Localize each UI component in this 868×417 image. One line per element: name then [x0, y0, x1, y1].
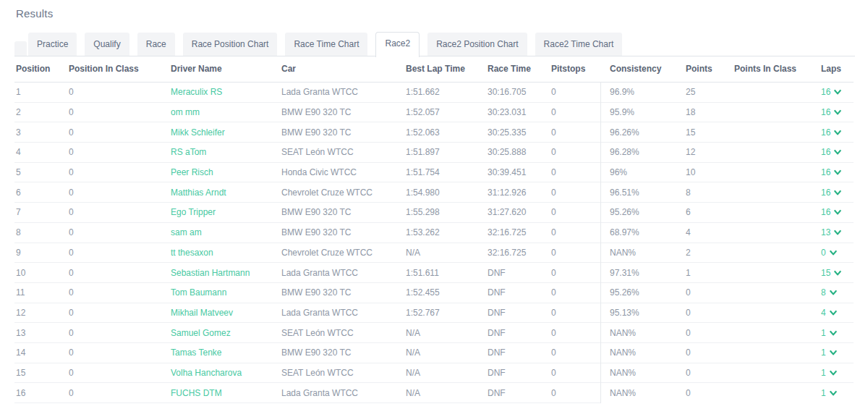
- driver-name-link[interactable]: FUCHS DTM: [171, 388, 222, 398]
- table-row: 8 0 sam am BMW E90 320 TC 1:53.262 32:16…: [14, 222, 854, 243]
- cell-pitstops: 0: [550, 182, 608, 203]
- cell-laps[interactable]: 0: [820, 243, 854, 263]
- driver-name-link[interactable]: Mikk Schleifer: [171, 127, 225, 138]
- cell-pitstops: 0: [550, 363, 608, 383]
- tab-race-time-chart[interactable]: Race Time Chart: [285, 33, 367, 56]
- cell-consistency: NAN%: [608, 363, 684, 383]
- table-row: 6 0 Matthias Arndt Chevrolet Cruze WTCC …: [14, 182, 854, 203]
- cell-laps[interactable]: 16: [820, 162, 854, 182]
- driver-name-link[interactable]: Volha Hancharova: [171, 368, 242, 378]
- cell-laps[interactable]: 16: [820, 122, 854, 143]
- laps-expander[interactable]: 16: [821, 146, 841, 158]
- cell-driver-name: sam am: [169, 222, 280, 243]
- cell-position: 10: [14, 263, 67, 283]
- chevron-down-icon: [834, 168, 841, 178]
- laps-expander[interactable]: 16: [821, 167, 841, 178]
- driver-name-link[interactable]: sam am: [171, 227, 202, 237]
- cell-laps[interactable]: 16: [820, 102, 854, 122]
- cell-laps[interactable]: 13: [820, 222, 854, 243]
- cell-points-in-class: [733, 162, 820, 182]
- tab-practice[interactable]: Practice: [28, 33, 77, 56]
- chevron-down-icon: [834, 188, 841, 198]
- cell-laps[interactable]: 16: [820, 203, 854, 223]
- driver-name-link[interactable]: tt thesaxon: [171, 248, 213, 258]
- tab-qualify[interactable]: Qualify: [85, 33, 129, 56]
- cell-points-in-class: [733, 122, 820, 143]
- cell-laps[interactable]: 16: [820, 83, 854, 103]
- driver-name-link[interactable]: Tamas Tenke: [171, 348, 221, 358]
- cell-car: SEAT León WTCC: [280, 323, 404, 343]
- cell-consistency: NAN%: [608, 342, 684, 363]
- driver-name-link[interactable]: Tom Baumann: [171, 287, 226, 298]
- cell-position: 12: [14, 303, 67, 323]
- cell-position: 15: [14, 363, 67, 383]
- chevron-down-icon: [834, 228, 841, 238]
- laps-expander[interactable]: 1: [821, 387, 837, 399]
- driver-name-link[interactable]: RS aTom: [171, 147, 206, 157]
- driver-name-link[interactable]: Mikhail Matveev: [171, 308, 233, 318]
- driver-name-link[interactable]: Matthias Arndt: [171, 188, 226, 198]
- chevron-down-icon: [830, 308, 837, 319]
- cell-position-in-class: 0: [67, 143, 169, 163]
- laps-expander[interactable]: 1: [821, 367, 837, 379]
- tab-race2-time-chart[interactable]: Race2 Time Chart: [535, 33, 623, 56]
- laps-expander[interactable]: 1: [821, 347, 837, 358]
- laps-expander[interactable]: 16: [821, 206, 841, 218]
- cell-position: 2: [14, 102, 67, 122]
- cell-laps[interactable]: 1: [820, 342, 854, 363]
- cell-race-time: DNF: [486, 363, 550, 383]
- cell-laps[interactable]: 1: [820, 363, 854, 383]
- cell-points: 15: [684, 122, 733, 143]
- cell-points: 0: [684, 282, 733, 303]
- driver-name-link[interactable]: om mm: [171, 107, 200, 117]
- cell-race-time: DNF: [486, 303, 550, 323]
- cell-laps[interactable]: 8: [820, 282, 854, 303]
- cell-laps[interactable]: 1: [820, 323, 854, 343]
- cell-laps[interactable]: 16: [820, 182, 854, 203]
- tab-bar: Practice Qualify Race Race Position Char…: [14, 33, 855, 56]
- results-table-header: Position Position In Class Driver Name C…: [14, 56, 854, 83]
- cell-driver-name: Mikhail Matveev: [169, 303, 280, 323]
- tab-race2-position-chart[interactable]: Race2 Position Chart: [427, 33, 527, 56]
- driver-name-link[interactable]: Ego Tripper: [171, 207, 216, 217]
- laps-expander[interactable]: 1: [821, 327, 837, 339]
- cell-pitstops: 0: [550, 102, 608, 122]
- cell-pitstops: 0: [550, 243, 608, 263]
- laps-expander[interactable]: 16: [821, 127, 841, 138]
- cell-race-time: 30:25.888: [486, 143, 550, 163]
- laps-expander[interactable]: 16: [821, 106, 841, 118]
- cell-best-lap-time: N/A: [404, 383, 486, 403]
- cell-laps[interactable]: 4: [820, 303, 854, 323]
- tab-race[interactable]: Race: [137, 33, 175, 56]
- cell-laps[interactable]: 16: [820, 143, 854, 163]
- driver-name-link[interactable]: Meraculix RS: [171, 87, 222, 97]
- cell-points-in-class: [733, 203, 820, 223]
- driver-name-link[interactable]: Samuel Gomez: [171, 328, 231, 338]
- tab-race-position-chart[interactable]: Race Position Chart: [183, 33, 278, 56]
- laps-expander[interactable]: 16: [821, 86, 841, 98]
- cell-position: 14: [14, 342, 67, 363]
- laps-expander[interactable]: 0: [821, 247, 837, 258]
- cell-position-in-class: 0: [67, 282, 169, 303]
- laps-expander[interactable]: 16: [821, 187, 841, 198]
- table-row: 16 0 FUCHS DTM Lada Granta WTCC N/A DNF …: [14, 383, 854, 403]
- laps-expander[interactable]: 8: [821, 287, 837, 298]
- cell-car: Chevrolet Cruze WTCC: [280, 182, 404, 203]
- driver-name-link[interactable]: Sebastian Hartmann: [171, 268, 250, 278]
- laps-expander[interactable]: 15: [821, 267, 841, 279]
- cell-laps[interactable]: 15: [820, 263, 854, 283]
- cell-best-lap-time: 1:54.980: [404, 182, 486, 203]
- driver-name-link[interactable]: Peer Risch: [171, 167, 213, 177]
- cell-car: Honda Civic WTCC: [280, 162, 404, 182]
- laps-expander[interactable]: 13: [821, 227, 841, 238]
- cell-pitstops: 0: [550, 323, 608, 343]
- cell-points-in-class: [733, 83, 820, 103]
- tab-race2[interactable]: Race2: [375, 32, 420, 57]
- cell-best-lap-time: 1:52.057: [404, 102, 486, 122]
- cell-position: 13: [14, 323, 67, 343]
- cell-driver-name: Tamas Tenke: [169, 342, 280, 363]
- cell-pitstops: 0: [550, 282, 608, 303]
- cell-laps[interactable]: 1: [820, 383, 854, 403]
- laps-expander[interactable]: 4: [821, 307, 837, 319]
- column-header-points: Points: [684, 56, 733, 83]
